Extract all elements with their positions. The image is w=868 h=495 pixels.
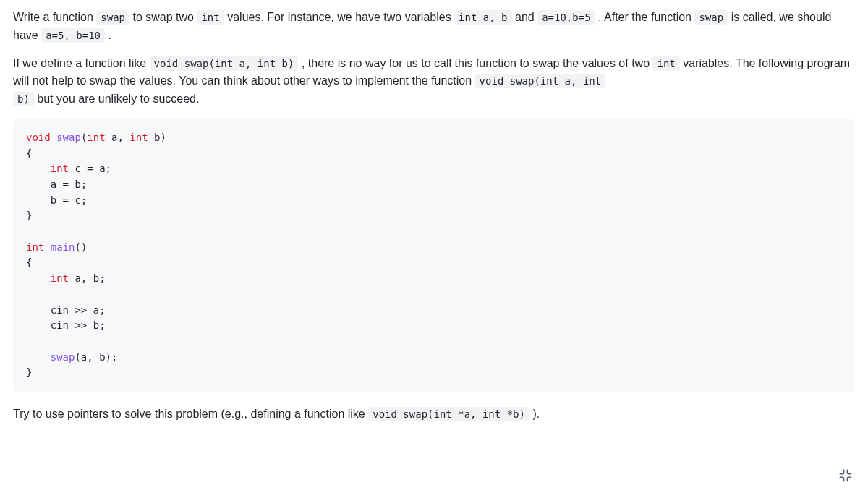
code-token: () (75, 241, 87, 253)
inline-code-int: int (197, 10, 224, 25)
text: . (108, 29, 111, 41)
code-token: int (51, 163, 69, 174)
code-token (26, 272, 51, 284)
text: ). (532, 408, 540, 420)
code-block: void swap(int a, int b) { int c = a; a =… (13, 119, 855, 392)
code-token: a, (106, 132, 130, 143)
code-token: b) (148, 132, 166, 143)
code-token: int (51, 272, 69, 284)
inline-code-sig2a: void swap(int a, int (475, 74, 606, 88)
code-token (44, 241, 50, 253)
code-token: main (51, 241, 75, 253)
code-token: int (26, 241, 44, 253)
text: and (515, 11, 537, 23)
inline-code-decl: int a, b (454, 10, 511, 25)
text: but you are unlikely to succeed. (37, 92, 199, 105)
code-token: swap (56, 132, 81, 143)
inline-code-initial: a=10,b=5 (537, 10, 595, 25)
code-token: } (26, 366, 32, 378)
inline-code-swap2: swap (694, 10, 728, 25)
divider (13, 444, 855, 444)
inline-code-int2: int (652, 56, 679, 71)
code-token (26, 163, 51, 174)
text: to swap two (132, 11, 197, 23)
text: Write a function (13, 11, 96, 23)
inline-code-sig2b: b) (13, 92, 34, 106)
code-token: { (26, 147, 32, 159)
code-token: int (129, 132, 148, 143)
paragraph-2: If we define a function like void swap(i… (13, 55, 855, 108)
code-token: { (26, 257, 32, 268)
code-token: cin >> b; (26, 319, 106, 331)
code-token (26, 351, 51, 363)
code-token: swap (51, 351, 75, 363)
inline-code-ptr-sig: void swap(int *a, int *b) (368, 407, 529, 421)
code-token: (a, b); (75, 351, 117, 363)
paragraph-3: Try to use pointers to solve this proble… (13, 405, 855, 423)
inline-code-swap: swap (96, 10, 129, 25)
code-token: int (87, 132, 105, 143)
code-token: cin >> a; (26, 304, 106, 316)
inline-code-sig: void swap(int a, int b) (150, 56, 299, 71)
text: values. For instance, we have two variab… (227, 11, 454, 23)
code-token: a = b; (26, 178, 87, 190)
text: If we define a function like (13, 57, 150, 69)
inline-code-result: a=5, b=10 (41, 28, 105, 43)
text: Try to use pointers to solve this proble… (13, 408, 368, 420)
paragraph-1: Write a function swap to swap two int va… (13, 9, 855, 45)
code-token: b = c; (26, 194, 87, 206)
text: , there is no way for us to call this fu… (302, 57, 653, 69)
code-token: a, b; (69, 272, 106, 284)
text: . After the function (598, 11, 694, 23)
code-token: void (26, 132, 51, 143)
code-token: } (26, 210, 32, 221)
code-token (51, 132, 56, 143)
code-token: c = a; (69, 163, 111, 174)
